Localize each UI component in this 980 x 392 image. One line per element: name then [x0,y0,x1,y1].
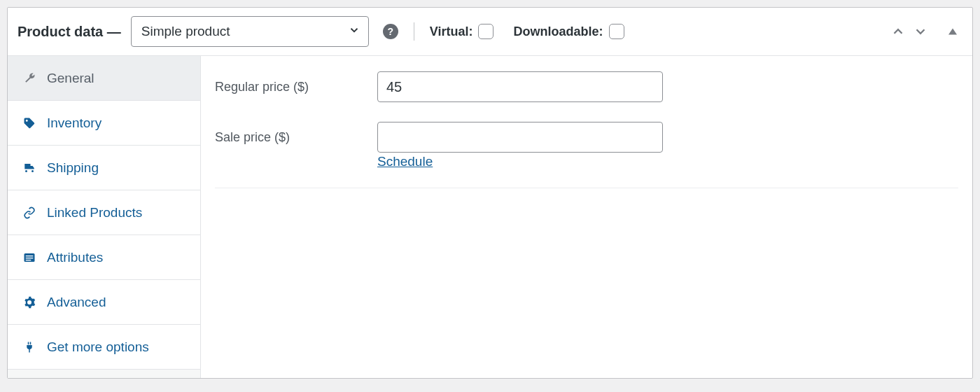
tab-general[interactable]: General [8,56,200,101]
panel-header: Product data — ? Virtual: Downloadable: [8,8,972,56]
plug-icon [22,341,37,354]
product-type-select[interactable] [131,16,369,47]
move-down-button[interactable] [911,22,930,41]
truck-icon [22,162,37,174]
downloadable-toggle[interactable]: Downloadable: [513,24,624,39]
panel-title: Product data — [18,24,121,40]
sale-price-label: Sale price ($) [215,130,377,145]
virtual-toggle[interactable]: Virtual: [430,24,494,39]
tab-attributes[interactable]: Attributes [8,235,200,280]
svg-rect-3 [26,258,34,258]
product-data-panel: Product data — ? Virtual: Downloadable: [7,7,973,379]
divider [215,188,958,188]
link-icon [22,206,37,219]
wrench-icon [22,72,37,85]
tabs-sidebar: General Inventory Shipping Linked Produc… [8,56,201,378]
help-icon[interactable]: ? [383,24,398,39]
virtual-checkbox[interactable] [478,24,493,39]
list-icon [22,251,37,264]
separator [414,22,414,41]
tab-get-more-options[interactable]: Get more options [8,325,200,370]
tab-label: Linked Products [47,205,142,220]
general-tab-content: Regular price ($) Sale price ($) Schedul… [201,56,972,378]
tab-label: General [47,71,94,86]
tab-label: Inventory [47,115,102,131]
gear-icon [22,296,37,309]
svg-rect-2 [26,255,34,256]
downloadable-label: Downloadable: [513,24,603,39]
tab-advanced[interactable]: Advanced [8,280,200,325]
panel-body: General Inventory Shipping Linked Produc… [8,56,972,378]
schedule-link[interactable]: Schedule [377,154,433,169]
move-up-button[interactable] [888,22,908,41]
tab-label: Attributes [47,250,103,265]
regular-price-input[interactable] [377,71,663,102]
tab-label: Shipping [47,160,99,176]
collapse-button[interactable] [943,22,962,41]
virtual-label: Virtual: [430,24,473,39]
tab-label: Get more options [47,340,149,355]
tab-label: Advanced [47,295,106,310]
svg-rect-4 [26,260,31,260]
tag-icon [22,117,37,130]
product-type-value[interactable] [131,16,369,47]
downloadable-checkbox[interactable] [609,24,624,39]
sale-price-input[interactable] [377,122,663,153]
regular-price-label: Regular price ($) [215,80,377,94]
tab-linked-products[interactable]: Linked Products [8,190,200,235]
sale-price-row: Sale price ($) [215,122,958,153]
tab-inventory[interactable]: Inventory [8,101,200,146]
svg-marker-0 [948,29,957,35]
regular-price-row: Regular price ($) [215,71,958,102]
tab-shipping[interactable]: Shipping [8,146,200,190]
